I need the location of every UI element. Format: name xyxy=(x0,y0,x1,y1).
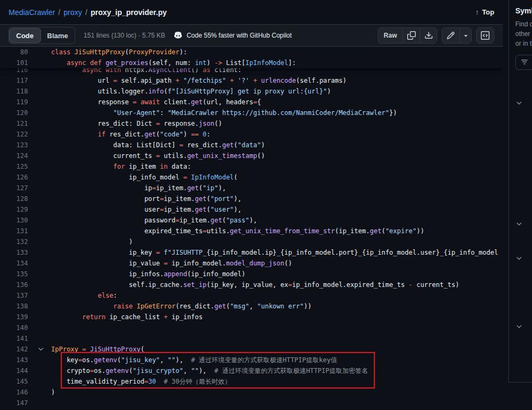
code-text: res_dict: Dict = response.json() xyxy=(51,118,222,129)
line-number[interactable]: 121 xyxy=(0,118,33,129)
line-number[interactable]: 120 xyxy=(0,107,33,118)
breadcrumb-separator: / xyxy=(58,8,60,17)
gutter-spacer xyxy=(33,365,51,376)
symbols-panel-toggle-button[interactable] xyxy=(477,28,494,43)
code-text: ) xyxy=(51,236,133,247)
line-number[interactable]: 127 xyxy=(0,183,33,193)
code-line: 128 port=ip_item.get("port"), xyxy=(0,193,503,204)
line-number[interactable]: 141 xyxy=(0,333,33,344)
line-number[interactable]: 137 xyxy=(0,290,33,301)
breadcrumb: MediaCrawler / proxy / proxy_ip_provider… xyxy=(0,0,503,24)
code-lines: 116 async with httpx.AsyncClient() as cl… xyxy=(0,64,503,408)
chevron-down-icon[interactable] xyxy=(515,99,523,107)
line-number[interactable]: 128 xyxy=(0,193,33,204)
line-number[interactable]: 134 xyxy=(0,258,33,269)
line-number[interactable]: 123 xyxy=(0,140,33,150)
gutter-spacer xyxy=(33,322,51,333)
gutter-spacer xyxy=(33,312,51,322)
breadcrumb-repo-link[interactable]: MediaCrawler xyxy=(9,8,55,17)
symbols-panel-title: Symbols xyxy=(515,6,532,15)
line-number[interactable]: 129 xyxy=(0,204,33,215)
tab-code[interactable]: Code xyxy=(9,28,41,43)
line-number[interactable]: 142 xyxy=(0,344,33,355)
line-number[interactable]: 130 xyxy=(0,215,33,226)
line-number[interactable]: 138 xyxy=(0,301,33,312)
chevron-down-icon[interactable] xyxy=(515,323,523,330)
code-text: ip_infos.append(ip_info_model) xyxy=(51,269,245,279)
copilot-banner-label: Code 55% faster with GitHub Copilot xyxy=(187,32,292,39)
code-text: for ip_item in data: xyxy=(51,161,191,172)
line-number[interactable]: 126 xyxy=(0,172,33,183)
code-line: 117 url = self.api_path + "/fetchips" + … xyxy=(0,75,503,86)
line-number[interactable]: 117 xyxy=(0,75,33,86)
chevron-down-icon[interactable] xyxy=(515,255,523,262)
symbols-filter-input[interactable] xyxy=(515,55,532,70)
chevron-down-icon[interactable] xyxy=(515,220,523,228)
file-toolbar: Code Blame 151 lines (130 loc) · 5.75 KB… xyxy=(0,24,503,47)
gutter-spacer xyxy=(33,183,51,193)
code-line: 143 key=os.getenv("jisu_key", ""), # 通过环… xyxy=(0,355,503,365)
raw-actions-group: Raw xyxy=(378,27,437,44)
gutter-spacer xyxy=(33,355,51,365)
edit-button[interactable] xyxy=(442,28,459,43)
collapse-chevron-icon[interactable] xyxy=(33,344,51,355)
line-number[interactable]: 136 xyxy=(0,279,33,290)
line-number[interactable]: 131 xyxy=(0,226,33,236)
code-line: 130 password=ip_item.get("pass"), xyxy=(0,215,503,226)
breadcrumb-dir-link[interactable]: proxy xyxy=(63,8,82,17)
line-number[interactable]: 147 xyxy=(0,398,33,408)
code-line: 140 xyxy=(0,322,503,333)
tab-blame[interactable]: Blame xyxy=(41,28,75,43)
code-line: 122 if res_dict.get("code") == 0: xyxy=(0,129,503,140)
code-text: "User-Agent": "MediaCrawler https://gith… xyxy=(51,107,397,118)
code-text: else: xyxy=(51,290,117,301)
code-square-icon xyxy=(481,31,490,40)
code-line: 135 ip_infos.append(ip_info_model) xyxy=(0,269,503,279)
code-text: time_validity_period=30 # 30分钟（最长时效） xyxy=(51,376,231,387)
line-number[interactable]: 80 xyxy=(0,47,33,57)
file-stats: 151 lines (130 loc) · 5.75 KB xyxy=(84,32,165,39)
copilot-banner[interactable]: Code 55% faster with GitHub Copilot xyxy=(174,31,292,40)
code-text: expired_time_ts=utils.get_unix_time_from… xyxy=(51,226,424,236)
breadcrumb-separator: / xyxy=(85,8,87,17)
back-to-top-button[interactable]: ↑ Top xyxy=(476,8,494,16)
gutter-spacer xyxy=(33,215,51,226)
line-number[interactable]: 144 xyxy=(0,365,33,376)
line-number[interactable]: 145 xyxy=(0,376,33,387)
code-line: 125 for ip_item in data: xyxy=(0,161,503,172)
gutter-spacer xyxy=(33,258,51,269)
line-number[interactable]: 135 xyxy=(0,269,33,279)
line-number[interactable]: 146 xyxy=(0,387,33,398)
raw-button[interactable]: Raw xyxy=(378,28,402,43)
code-line: 120 "User-Agent": "MediaCrawler https://… xyxy=(0,107,503,118)
line-number[interactable]: 133 xyxy=(0,247,33,258)
edit-dropdown-button[interactable] xyxy=(459,28,471,43)
line-number[interactable]: 125 xyxy=(0,161,33,172)
code-text: ) xyxy=(51,387,55,398)
download-icon xyxy=(424,31,433,40)
download-button[interactable] xyxy=(420,28,437,43)
gutter-spacer xyxy=(33,269,51,279)
copy-button[interactable] xyxy=(402,28,420,43)
line-number[interactable]: 140 xyxy=(0,322,33,333)
code-text: user=ip_item.get("user"), xyxy=(51,204,242,215)
line-number[interactable]: 119 xyxy=(0,97,33,107)
line-number[interactable]: 122 xyxy=(0,129,33,140)
breadcrumb-filename: proxy_ip_provider.py xyxy=(90,8,167,17)
code-text: ip_info_model = IpInfoModel( xyxy=(51,172,238,183)
line-number[interactable]: 118 xyxy=(0,86,33,97)
code-line: 141 xyxy=(0,333,503,344)
code-text: url = self.api_path + "/fetchips" + '?' … xyxy=(51,75,346,86)
code-line: 138 raise IpGetError(res_dict.get("msg",… xyxy=(0,301,503,312)
line-number[interactable]: 124 xyxy=(0,150,33,161)
edit-actions-group xyxy=(442,27,472,44)
line-number[interactable]: 139 xyxy=(0,312,33,322)
line-number[interactable]: 143 xyxy=(0,355,33,365)
code-text: IpProxy = JiSuHttpProxy( xyxy=(51,344,144,355)
line-number[interactable]: 132 xyxy=(0,236,33,247)
code-line: 144 crypto=os.getenv("jisu_crypto", ""),… xyxy=(0,365,503,376)
line-number[interactable]: 101 xyxy=(0,57,33,68)
back-to-top-label: Top xyxy=(482,8,494,16)
gutter-spacer xyxy=(33,236,51,247)
gutter-spacer xyxy=(33,247,51,258)
